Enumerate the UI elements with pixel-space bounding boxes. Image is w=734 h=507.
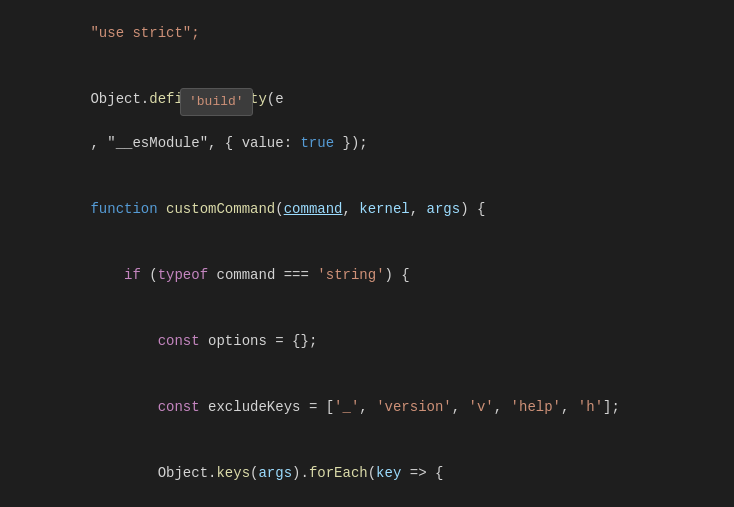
- token: function: [90, 201, 157, 217]
- token: ,: [410, 201, 427, 217]
- token: Object.: [90, 91, 149, 107]
- token: => {: [401, 465, 443, 481]
- token: (: [141, 267, 158, 283]
- token: });: [334, 135, 368, 151]
- token: 'string': [317, 267, 384, 283]
- token: args: [427, 201, 461, 217]
- token: (: [275, 201, 283, 217]
- line-content-2: Object.defineProperty(e 'build' , "__esM…: [36, 66, 734, 176]
- token: , "__esModule", { value:: [90, 135, 300, 151]
- code-line-2: Object.defineProperty(e 'build' , "__esM…: [0, 66, 734, 176]
- line-content-7: Object.keys(args).forEach(key => {: [36, 440, 734, 506]
- token: [90, 267, 124, 283]
- token: customCommand: [166, 201, 275, 217]
- token: [90, 465, 157, 481]
- token: command: [208, 267, 284, 283]
- token: (e: [267, 91, 284, 107]
- token: ,: [342, 201, 359, 217]
- token: forEach: [309, 465, 368, 481]
- code-line-3: function customCommand(command, kernel, …: [0, 176, 734, 242]
- token: [90, 333, 157, 349]
- token: const: [158, 399, 200, 415]
- token: ,: [359, 399, 376, 415]
- token: keys: [216, 465, 250, 481]
- code-line-5: const options = {};: [0, 308, 734, 374]
- code-line-4: if (typeof command === 'string') {: [0, 242, 734, 308]
- line-content-1: "use strict";: [36, 0, 734, 66]
- token: ,: [494, 399, 511, 415]
- token: ,: [561, 399, 578, 415]
- token: true: [300, 135, 334, 151]
- token: [: [317, 399, 334, 415]
- token: const: [158, 333, 200, 349]
- token: Object.: [158, 465, 217, 481]
- line-content-5: const options = {};: [36, 308, 734, 374]
- token: ) {: [460, 201, 485, 217]
- code-editor: "use strict"; Object.defineProperty(e 'b…: [0, 0, 734, 507]
- token: 'h': [578, 399, 603, 415]
- token: 'version': [376, 399, 452, 415]
- token: key: [376, 465, 401, 481]
- token: ,: [452, 399, 469, 415]
- token: [90, 399, 157, 415]
- token: ) {: [385, 267, 410, 283]
- token: =: [275, 333, 283, 349]
- token: typeof: [158, 267, 208, 283]
- token: "use strict";: [90, 25, 199, 41]
- token: 'help': [511, 399, 561, 415]
- token: {};: [284, 333, 318, 349]
- code-line-6: const excludeKeys = ['_', 'version', 'v'…: [0, 374, 734, 440]
- line-content-6: const excludeKeys = ['_', 'version', 'v'…: [36, 374, 734, 440]
- token: defineProperty: [149, 91, 267, 107]
- token: ===: [284, 267, 309, 283]
- token: '_': [334, 399, 359, 415]
- token: kernel: [359, 201, 409, 217]
- token: options: [200, 333, 276, 349]
- token: if: [124, 267, 141, 283]
- token: 'v': [469, 399, 494, 415]
- token: command: [284, 201, 343, 217]
- code-line-7: Object.keys(args).forEach(key => {: [0, 440, 734, 506]
- token: ).: [292, 465, 309, 481]
- code-line-1: "use strict";: [0, 0, 734, 66]
- token: ];: [603, 399, 620, 415]
- token: excludeKeys: [200, 399, 309, 415]
- line-content-3: function customCommand(command, kernel, …: [36, 176, 734, 242]
- line-content-4: if (typeof command === 'string') {: [36, 242, 734, 308]
- token: [158, 201, 166, 217]
- token: args: [258, 465, 292, 481]
- token: (: [368, 465, 376, 481]
